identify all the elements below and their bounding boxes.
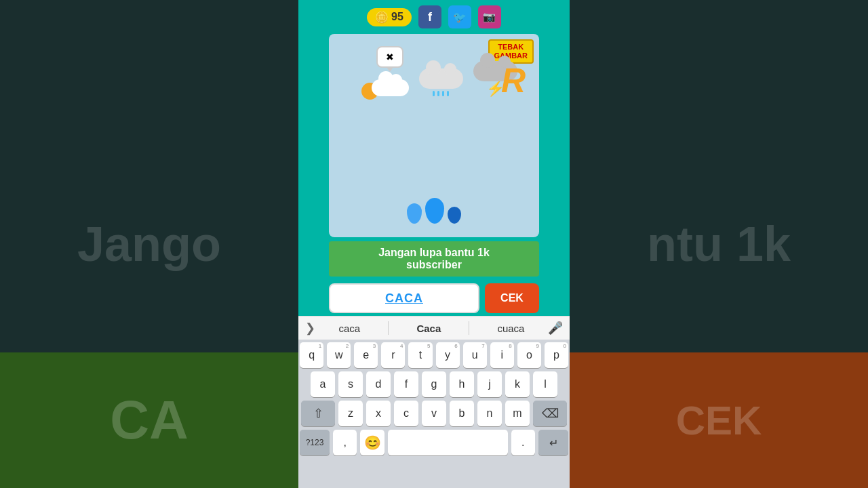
key-t[interactable]: 5t (408, 342, 432, 368)
autocomplete-option-2[interactable]: Caca (411, 321, 446, 336)
key-row-1: 1q 2w 3e 4r 5t 6y 7u 8i 9o 0p (300, 342, 568, 368)
key-f[interactable]: f (394, 371, 418, 397)
autocomplete-divider-1 (388, 321, 389, 335)
key-l[interactable]: l (533, 371, 557, 397)
input-row: CACA CEK (329, 283, 539, 313)
key-g[interactable]: g (422, 371, 446, 397)
keyboard: 1q 2w 3e 4r 5t 6y 7u 8i 9o 0p a s d f g … (298, 340, 570, 488)
bg-bottom-right: CEK (570, 352, 868, 488)
cloud-body (372, 79, 409, 96)
instagram-icon: 📷 (483, 11, 496, 23)
key-a[interactable]: a (311, 371, 335, 397)
autocomplete-divider-2 (469, 321, 469, 335)
key-y[interactable]: 6y (436, 342, 460, 368)
key-m[interactable]: m (505, 401, 530, 426)
subtitle-text-2: subscriber (337, 259, 531, 271)
rain-cloud-body (419, 68, 463, 89)
rain-drop-4 (447, 91, 449, 96)
background-right: ntu 1k CEK (570, 0, 868, 488)
bg-bottom-left-text: CA (110, 389, 189, 451)
rain-drop-2 (437, 91, 439, 96)
key-comma[interactable]: , (333, 430, 357, 455)
instagram-button[interactable]: 📷 (478, 5, 501, 28)
letter-r: R (501, 61, 526, 100)
rain-cloud-item (419, 68, 463, 96)
sunny-cloud-item (365, 76, 409, 96)
water-drops (407, 198, 461, 224)
subtitle-bar: Jangan lupa bantu 1k subscriber (329, 241, 539, 277)
background-left: Jango CA (0, 0, 298, 488)
phone-container: 🪙 95 f 🐦 📷 TEBAK GAMBAR ✖ (298, 0, 570, 488)
key-numbers[interactable]: ?123 (300, 430, 330, 455)
key-h[interactable]: h (450, 371, 474, 397)
key-j[interactable]: j (477, 371, 502, 397)
coins-icon: 🪙 (375, 11, 389, 24)
facebook-icon: f (428, 10, 432, 24)
key-k[interactable]: k (505, 371, 530, 397)
autocomplete-options: caca Caca cuaca (322, 321, 541, 336)
key-w[interactable]: 2w (327, 342, 351, 368)
key-n[interactable]: n (477, 401, 502, 426)
autocomplete-arrow[interactable]: ❯ (298, 321, 322, 336)
bg-bottom-left: CA (0, 352, 298, 488)
key-u[interactable]: 7u (463, 342, 487, 368)
key-backspace[interactable]: ⌫ (533, 401, 567, 426)
bg-text-left: Jango (77, 216, 221, 272)
key-v[interactable]: v (422, 401, 446, 426)
game-image: TEBAK GAMBAR ✖ (329, 34, 539, 237)
autocomplete-option-1[interactable]: caca (334, 321, 366, 336)
water-drop-big (425, 198, 444, 224)
answer-input[interactable]: CACA (329, 283, 479, 313)
top-bar: 🪙 95 f 🐦 📷 (298, 0, 570, 34)
twitter-icon: 🐦 (453, 11, 467, 24)
key-p[interactable]: 0p (545, 342, 568, 368)
key-z[interactable]: z (338, 401, 363, 426)
answer-value: CACA (385, 291, 423, 306)
key-space[interactable] (388, 430, 508, 455)
twitter-button[interactable]: 🐦 (448, 5, 471, 28)
key-row-2: a s d f g h j k l (300, 371, 568, 397)
sunny-cloud (365, 76, 409, 96)
key-b[interactable]: b (450, 401, 474, 426)
key-period[interactable]: . (511, 430, 535, 455)
key-emoji[interactable]: 😊 (360, 430, 384, 455)
subtitle-text: Jangan lupa bantu 1k (337, 247, 531, 259)
bg-text-right: ntu 1k (647, 216, 791, 272)
key-d[interactable]: d (366, 371, 391, 397)
key-x[interactable]: x (366, 401, 391, 426)
bg-bottom-right-text: CEK (676, 397, 762, 444)
water-drop-small-2 (448, 207, 461, 224)
autocomplete-option-3[interactable]: cuaca (492, 321, 530, 336)
autocomplete-bar: ❯ caca Caca cuaca 🎤 (298, 316, 570, 340)
mic-icon[interactable]: 🎤 (541, 321, 570, 336)
coins-value: 95 (391, 11, 403, 23)
key-i[interactable]: 8i (490, 342, 514, 368)
key-o[interactable]: 9o (517, 342, 541, 368)
key-row-4: ?123 , 😊 . ↵ (300, 430, 568, 458)
key-s[interactable]: s (338, 371, 363, 397)
rain-drop-1 (433, 91, 435, 96)
cek-button[interactable]: CEK (485, 283, 539, 313)
rain-drop-3 (442, 91, 444, 96)
image-scene: ✖ (329, 34, 539, 237)
coins-badge: 🪙 95 (367, 8, 412, 26)
key-q[interactable]: 1q (300, 342, 323, 368)
facebook-button[interactable]: f (418, 5, 441, 28)
key-shift[interactable]: ⇧ (301, 401, 335, 426)
key-r[interactable]: 4r (381, 342, 405, 368)
key-row-3: ⇧ z x c v b n m ⌫ (300, 401, 568, 426)
rain-drops (433, 91, 449, 96)
key-return[interactable]: ↵ (538, 430, 568, 455)
cek-label: CEK (500, 292, 524, 304)
key-e[interactable]: 3e (354, 342, 378, 368)
water-drop-small-1 (407, 203, 422, 224)
key-c[interactable]: c (394, 401, 418, 426)
